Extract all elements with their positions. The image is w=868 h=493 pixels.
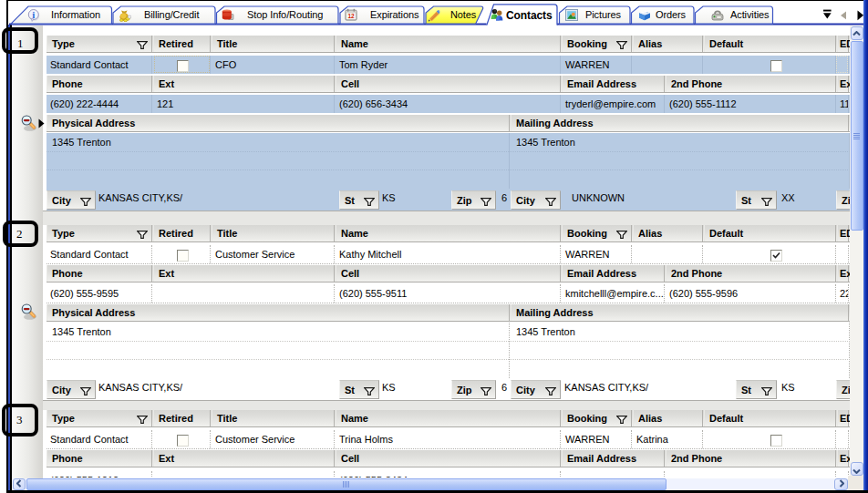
svg-text:12: 12 (347, 13, 355, 19)
svg-text:i: i (32, 9, 35, 20)
